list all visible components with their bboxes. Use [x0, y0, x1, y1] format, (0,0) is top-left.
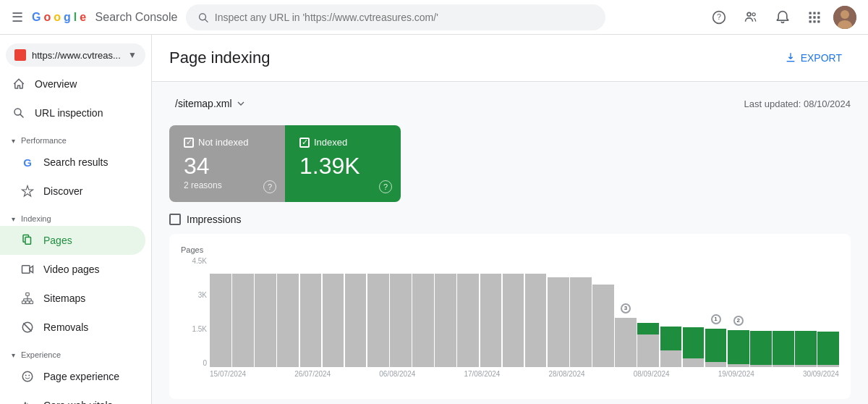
main-layout: https://www.cvtreas... ▼ Overview URL in… — [0, 35, 868, 404]
not-indexed-card: ✓ Not indexed 34 2 reasons ? — [169, 125, 285, 202]
bar-green-segment — [817, 332, 839, 365]
indexed-value: 1.39K — [299, 153, 372, 179]
sidebar: https://www.cvtreas... ▼ Overview URL in… — [0, 35, 152, 404]
sidebar-item-removals[interactable]: Removals — [0, 313, 145, 342]
url-search-icon — [12, 106, 26, 120]
bar-gray-segment — [683, 358, 705, 367]
experience-section-header[interactable]: ▾ Experience — [0, 342, 151, 362]
svg-rect-23 — [26, 293, 30, 296]
experience-icon — [20, 369, 35, 384]
export-button[interactable]: EXPORT — [776, 46, 851, 70]
not-indexed-value: 34 — [184, 153, 256, 179]
bar-gray-segment — [277, 274, 299, 367]
svg-rect-22 — [22, 266, 30, 274]
performance-section-header[interactable]: ▾ Performance — [0, 127, 151, 148]
bar-gray-segment — [570, 277, 592, 368]
chart-bar — [412, 257, 434, 367]
svg-rect-13 — [813, 20, 815, 22]
chart-bar — [570, 257, 592, 367]
x-tick: 06/08/2024 — [379, 370, 415, 378]
sitemap-value: /sitemap.xml — [175, 98, 232, 109]
chart-bar — [255, 257, 276, 367]
bar-gray-segment — [817, 365, 839, 367]
svg-rect-12 — [809, 20, 812, 22]
chart-bar — [277, 257, 299, 367]
chart-bar — [683, 257, 705, 367]
bar-gray-segment — [435, 274, 456, 367]
sidebar-item-label: URL inspection — [35, 107, 103, 119]
sidebar-item-search-results[interactable]: G Search results — [0, 148, 145, 177]
bar-green-segment — [637, 323, 659, 334]
indexed-checkbox[interactable]: ✓ — [299, 138, 310, 148]
site-url: https://www.cvtreas... — [32, 50, 122, 61]
bar-gray-segment — [210, 274, 231, 367]
search-icon — [197, 12, 208, 23]
chart-bar — [323, 257, 344, 367]
not-indexed-subtitle: 2 reasons — [184, 180, 256, 190]
chart-bar — [390, 257, 412, 367]
avatar[interactable] — [833, 6, 856, 29]
sidebar-item-page-experience[interactable]: Page experience — [0, 362, 145, 391]
not-indexed-info-icon[interactable]: ? — [263, 180, 276, 193]
stat-header-not-indexed: ✓ Not indexed — [184, 137, 256, 148]
chart-bar — [592, 257, 614, 367]
x-tick: 17/08/2024 — [464, 370, 500, 378]
sitemap-icon — [20, 291, 35, 306]
sitemap-filter[interactable]: /sitemap.xml — [169, 93, 252, 114]
svg-rect-25 — [26, 301, 30, 304]
impressions-checkbox[interactable] — [169, 214, 181, 225]
filter-row: /sitemap.xml Last updated: 08/10/2024 — [169, 93, 851, 114]
sidebar-item-sitemaps[interactable]: Sitemaps — [0, 284, 145, 313]
users-icon[interactable] — [738, 4, 764, 30]
sidebar-item-url-inspection[interactable]: URL inspection — [0, 98, 145, 127]
section-title: Experience — [21, 350, 61, 359]
sidebar-item-video-pages[interactable]: Video pages — [0, 255, 145, 284]
indexed-info-icon[interactable]: ? — [379, 180, 392, 193]
x-tick: 30/09/2024 — [803, 370, 839, 378]
sidebar-item-label: Removals — [43, 321, 88, 333]
site-selector[interactable]: https://www.cvtreas... ▼ — [6, 43, 145, 67]
search-bar[interactable] — [186, 4, 605, 30]
sidebar-item-label: Overview — [35, 78, 77, 90]
chart-bar: 1 — [705, 257, 727, 367]
svg-point-5 — [752, 12, 755, 15]
bar-gray-segment — [457, 274, 479, 367]
sidebar-item-discover[interactable]: Discover — [0, 177, 145, 206]
bar-gray-segment — [323, 274, 344, 367]
top-icons: ? — [706, 4, 856, 30]
sidebar-item-core-web-vitals[interactable]: Core web vitals — [0, 391, 145, 404]
bell-icon[interactable] — [770, 4, 796, 30]
export-label: EXPORT — [801, 52, 842, 64]
svg-rect-14 — [817, 20, 820, 22]
bar-green-segment — [660, 327, 682, 350]
site-favicon — [14, 49, 26, 61]
sidebar-item-overview[interactable]: Overview — [0, 70, 145, 98]
help-icon[interactable]: ? — [706, 4, 732, 30]
chart-bar — [232, 257, 254, 367]
section-title: Performance — [21, 136, 67, 145]
x-tick: 08/09/2024 — [634, 370, 670, 378]
pages-icon — [20, 233, 35, 248]
hamburger-icon[interactable]: ☰ — [12, 9, 23, 25]
indexing-section-header[interactable]: ▾ Indexing — [0, 206, 151, 226]
svg-rect-8 — [817, 12, 820, 14]
bar-green-segment — [795, 331, 817, 365]
svg-rect-11 — [817, 16, 820, 18]
svg-line-19 — [20, 114, 23, 117]
not-indexed-checkbox[interactable]: ✓ — [184, 138, 194, 148]
url-inspect-input[interactable] — [215, 12, 595, 23]
bar-gray-segment — [637, 334, 659, 368]
chart-bar — [773, 257, 794, 367]
apps-icon[interactable] — [801, 4, 827, 30]
svg-point-36 — [28, 375, 30, 376]
bar-gray-segment — [300, 274, 322, 367]
svg-rect-26 — [30, 301, 33, 304]
chart-bar — [817, 257, 839, 367]
svg-point-16 — [841, 10, 849, 19]
svg-point-34 — [22, 371, 33, 382]
sidebar-item-pages[interactable]: Pages — [0, 226, 145, 255]
indexed-label: Indexed — [314, 137, 347, 148]
chart-bar — [210, 257, 231, 367]
svg-rect-24 — [22, 301, 26, 304]
sidebar-item-label: Core web vitals — [43, 400, 113, 404]
